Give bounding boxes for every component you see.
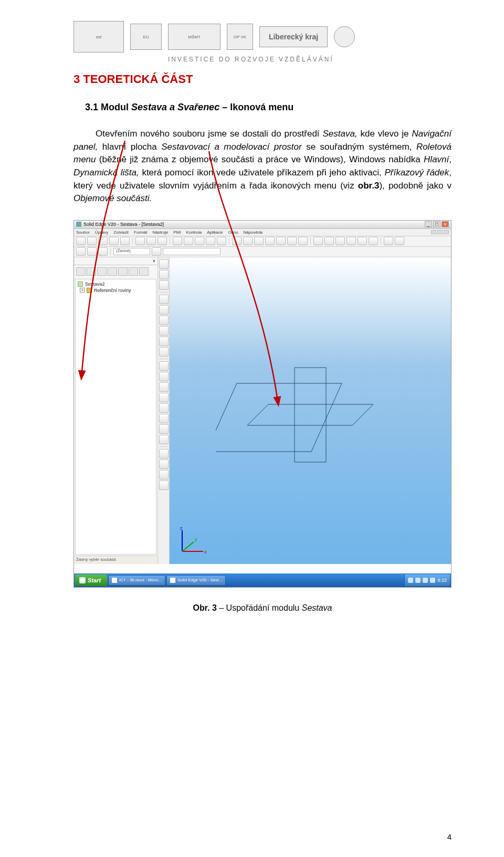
tree-item-child[interactable]: + Referenční roviny: [80, 288, 154, 293]
section-title: 3 TEORETICKÁ ČÁST: [74, 72, 452, 86]
toolbar-button[interactable]: [276, 237, 286, 245]
tool-button[interactable]: [159, 347, 169, 357]
tray-icon[interactable]: [423, 578, 428, 583]
tool-button[interactable]: [159, 316, 169, 325]
tool-button[interactable]: [159, 470, 169, 479]
minimize-button[interactable]: _: [425, 221, 432, 227]
taskbar-item[interactable]: Solid Edge V20 - Sest...: [166, 575, 226, 586]
toolbar-button[interactable]: [346, 237, 356, 245]
start-button[interactable]: Start: [75, 574, 107, 586]
tool-button[interactable]: [159, 393, 169, 402]
toolbar-separator: [170, 237, 170, 245]
menu-item[interactable]: Aplikace: [207, 230, 223, 235]
expand-icon[interactable]: +: [80, 288, 85, 292]
toolbar-button[interactable]: [335, 237, 345, 245]
tray-icon[interactable]: [430, 578, 435, 583]
menu-item[interactable]: Nástroje: [152, 230, 168, 235]
toolbar-button[interactable]: [232, 237, 242, 245]
toolbar-button[interactable]: [324, 237, 334, 245]
modeling-viewport[interactable]: x z y: [170, 257, 451, 564]
tool-button[interactable]: [159, 424, 169, 434]
windows-taskbar: Start ICT - 36.docx - Micro... Solid Edg…: [74, 573, 451, 587]
toolbar-button[interactable]: [313, 237, 323, 245]
toolbar-button[interactable]: [369, 237, 378, 245]
tray-icon[interactable]: [415, 578, 421, 583]
toolbar-button[interactable]: [217, 237, 226, 245]
tool-button[interactable]: [159, 459, 169, 469]
tool-button[interactable]: [159, 326, 169, 336]
menu-item[interactable]: PMI: [173, 230, 181, 235]
tree-view[interactable]: Sestava2 + Referenční roviny: [75, 279, 156, 555]
toolbar-button[interactable]: [243, 237, 253, 245]
toolbar-button[interactable]: [109, 237, 119, 245]
tool-button[interactable]: [159, 403, 169, 413]
toolbar-button[interactable]: [206, 237, 215, 245]
toolbar-button[interactable]: [76, 247, 86, 256]
tool-button[interactable]: [159, 372, 169, 381]
menu-item[interactable]: Zobrazit: [113, 230, 129, 235]
menu-item[interactable]: Soubor: [76, 230, 90, 235]
toolbar-button[interactable]: [158, 237, 167, 245]
toolbar-button[interactable]: [173, 237, 182, 245]
nav-tab[interactable]: [129, 267, 138, 276]
menu-item[interactable]: Kontrola: [186, 230, 202, 235]
toolbar-button[interactable]: [358, 237, 367, 245]
tool-button[interactable]: [159, 295, 169, 304]
svg-marker-1: [295, 368, 326, 462]
menu-item[interactable]: Formát: [134, 230, 147, 235]
dynamic-input[interactable]: [163, 248, 220, 255]
tool-button[interactable]: [159, 435, 169, 444]
maximize-button[interactable]: □: [433, 221, 440, 227]
menu-item[interactable]: Okno: [228, 230, 238, 235]
nav-close-icon[interactable]: ×: [153, 258, 155, 264]
tool-button[interactable]: [159, 414, 169, 423]
toolbar-button[interactable]: [395, 237, 404, 245]
toolbar-separator: [381, 237, 381, 245]
nav-tab[interactable]: [108, 267, 117, 276]
nav-tab[interactable]: [139, 267, 149, 276]
toolbar-button[interactable]: [146, 237, 156, 245]
taskbar-item[interactable]: ICT - 36.docx - Micro...: [108, 575, 165, 586]
system-tray[interactable]: 8:22: [404, 574, 450, 586]
close-button[interactable]: ×: [442, 221, 449, 227]
toolbar-button[interactable]: [384, 237, 393, 245]
tool-button[interactable]: [159, 280, 169, 290]
nav-tab[interactable]: [87, 267, 96, 276]
nav-tab[interactable]: [76, 267, 86, 276]
tree-item-root[interactable]: Sestava2: [78, 281, 154, 287]
toolbar-button[interactable]: [152, 247, 161, 256]
toolbar-button[interactable]: [184, 237, 193, 245]
toolbar-button[interactable]: [265, 237, 275, 245]
selection-combo[interactable]: (Žádné): [113, 248, 150, 255]
toolbar-button[interactable]: [76, 237, 86, 245]
nav-panel-header: ×: [74, 257, 158, 265]
toolbar-button[interactable]: [135, 237, 145, 245]
tool-button[interactable]: [159, 449, 169, 458]
toolbar-button[interactable]: [287, 237, 297, 245]
tray-icon[interactable]: [408, 578, 413, 583]
tool-button[interactable]: [159, 382, 169, 392]
toolbar-button[interactable]: [195, 237, 204, 245]
tool-button[interactable]: [159, 305, 169, 315]
tool-button[interactable]: [159, 361, 169, 371]
reference-planes: [216, 336, 405, 473]
nav-tab[interactable]: [118, 267, 128, 276]
mdi-window-controls[interactable]: [431, 230, 449, 234]
toolbar-button[interactable]: [120, 237, 130, 245]
menu-item[interactable]: Nápověda: [244, 230, 262, 235]
toolbar-button[interactable]: [98, 237, 108, 245]
toolbar-button[interactable]: [298, 237, 308, 245]
toolbar-button[interactable]: [254, 237, 264, 245]
toolbar-button[interactable]: [98, 247, 108, 256]
menu-item[interactable]: Úpravy: [95, 230, 108, 235]
tool-button[interactable]: [159, 337, 169, 346]
nav-tab[interactable]: [97, 267, 107, 276]
tool-button[interactable]: [159, 480, 169, 490]
body-paragraph: Otevřením nového souboru jsme se dostali…: [74, 128, 452, 205]
tool-button[interactable]: [159, 259, 169, 269]
toolbar-button[interactable]: [87, 247, 97, 256]
tool-button[interactable]: [159, 270, 169, 279]
command-prompt: Žádný výběr součásti.: [74, 556, 158, 564]
toolbar-button[interactable]: [87, 237, 97, 245]
app-icon: [76, 222, 81, 227]
